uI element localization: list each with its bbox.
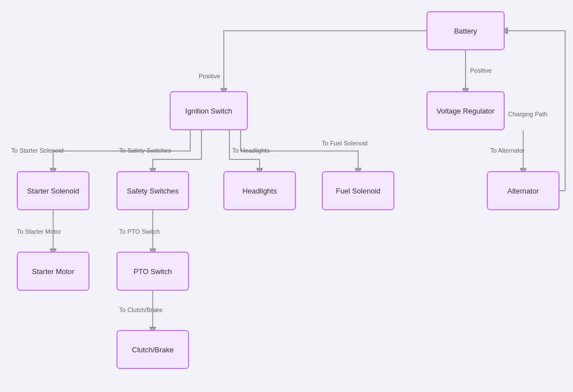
headlights-node: Headlights <box>223 171 296 210</box>
label-bat-to-ign: Positive <box>199 73 220 79</box>
battery-node: Battery <box>426 11 505 50</box>
fuel-solenoid-node: Fuel Solenoid <box>322 171 394 210</box>
label-pto-to-clutch: To Clutch/Brake <box>119 306 163 313</box>
label-ign-to-safety: To Safety Switches <box>119 147 171 154</box>
diagram: Battery Ignition Switch Voltage Regulato… <box>0 0 573 392</box>
label-safety-to-pto: To PTO Switch <box>119 228 160 235</box>
voltage-regulator-node: Voltage Regulator <box>426 91 505 130</box>
clutch-brake-node: Clutch/Brake <box>116 330 189 369</box>
alternator-node: Alternator <box>487 171 560 210</box>
starter-solenoid-node: Starter Solenoid <box>17 171 90 210</box>
label-vreg-to-alt: To Alternator <box>490 147 525 154</box>
starter-motor-node: Starter Motor <box>17 252 90 291</box>
label-bat-to-vreg: Positive <box>470 67 492 74</box>
label-ign-to-fuel: To Fuel Solenoid <box>322 140 368 147</box>
label-ss-to-sm: To Starter Motor <box>17 228 61 235</box>
pto-switch-node: PTO Switch <box>116 252 189 291</box>
label-ign-to-ss: To Starter Solenoid <box>11 147 64 154</box>
label-charging: Charging Path <box>508 111 547 117</box>
safety-switches-node: Safety Switches <box>116 171 189 210</box>
label-ign-to-head: To Headlights <box>232 147 270 154</box>
ignition-node: Ignition Switch <box>170 91 248 130</box>
